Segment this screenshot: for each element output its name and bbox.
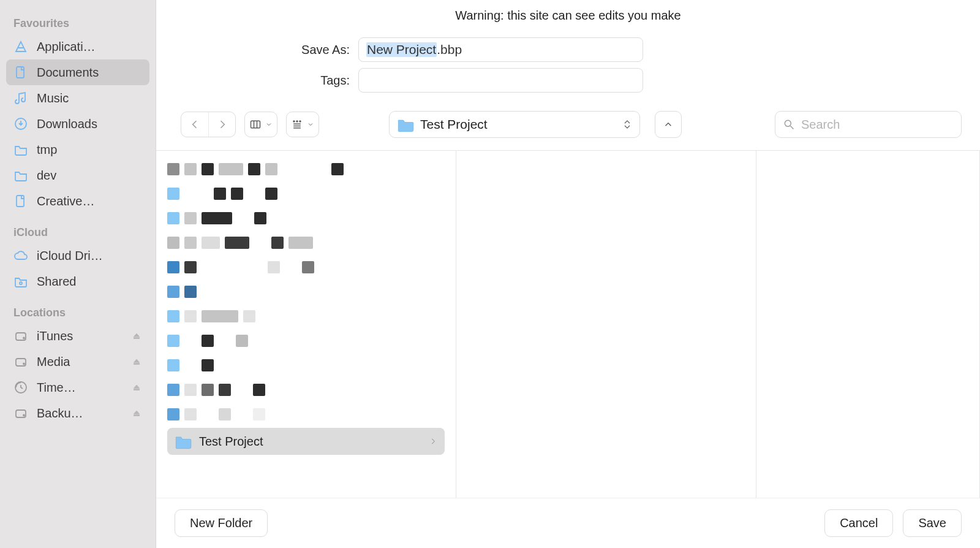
section-favourites-header: Favourites — [6, 12, 149, 34]
chevron-up-icon — [663, 119, 674, 130]
footer: New Folder Cancel Save — [156, 498, 980, 548]
chevron-left-icon — [189, 118, 201, 131]
location-dropdown[interactable]: Test Project — [389, 111, 640, 138]
search-input[interactable] — [801, 118, 961, 132]
sidebar-item-media[interactable]: Media — [6, 349, 149, 375]
sidebar-item-label: Downloads — [37, 117, 142, 131]
grid-icon — [291, 118, 303, 131]
disk-icon — [13, 329, 28, 343]
tags-label: Tags: — [156, 74, 358, 88]
filename-base: New Project — [366, 42, 437, 57]
folder-icon — [175, 433, 192, 450]
sidebar-item-label: tmp — [37, 143, 142, 157]
sidebar-item-label: Music — [37, 91, 142, 105]
sidebar: Favourites Applicati… Documents Music Do… — [0, 0, 156, 548]
sidebar-item-music[interactable]: Music — [6, 85, 149, 111]
sidebar-item-label: Documents — [37, 66, 142, 80]
obscured-file-list — [167, 157, 445, 427]
sidebar-item-downloads[interactable]: Downloads — [6, 111, 149, 137]
apps-icon — [13, 39, 28, 54]
forward-button[interactable] — [208, 112, 235, 137]
sidebar-item-time[interactable]: Time… — [6, 375, 149, 400]
sidebar-item-tmp[interactable]: tmp — [6, 137, 149, 162]
music-icon — [13, 91, 28, 105]
main: Warning: this site can see edits you mak… — [156, 0, 980, 548]
sidebar-item-label: dev — [37, 169, 142, 183]
sidebar-item-creative[interactable]: Creative… — [6, 188, 149, 214]
sidebar-item-label: Time… — [37, 381, 127, 395]
eject-icon[interactable] — [131, 382, 142, 393]
section-locations-header: Locations — [6, 294, 149, 323]
sidebar-item-backup[interactable]: Backu… — [6, 400, 149, 426]
save-as-label: Save As: — [156, 43, 358, 57]
document-icon — [13, 194, 28, 208]
search-field[interactable] — [775, 111, 962, 138]
tags-input[interactable] — [358, 68, 643, 93]
chevron-down-icon — [265, 121, 273, 128]
sidebar-item-label: iTunes — [37, 329, 127, 343]
warning-text: Warning: this site can see edits you mak… — [156, 0, 980, 28]
sidebar-item-label: Shared — [37, 275, 142, 289]
sidebar-item-applications[interactable]: Applicati… — [6, 34, 149, 59]
view-columns-segment — [244, 112, 277, 137]
sidebar-item-label: Media — [37, 355, 127, 369]
grid-view-button[interactable] — [287, 112, 318, 137]
browser-column-2[interactable] — [456, 151, 756, 498]
columns-icon — [249, 118, 262, 131]
back-button[interactable] — [181, 112, 208, 137]
collapse-button[interactable] — [655, 111, 682, 138]
folder-icon — [397, 116, 414, 133]
eject-icon[interactable] — [131, 330, 142, 341]
columns-view-button[interactable] — [245, 112, 277, 137]
search-icon — [783, 118, 795, 131]
browser-column-3[interactable] — [756, 151, 980, 498]
new-folder-button[interactable]: New Folder — [175, 509, 268, 537]
view-grid-segment — [286, 112, 319, 137]
save-as-input[interactable]: New Project.bbp — [358, 37, 643, 62]
disk-icon — [13, 406, 28, 421]
list-item-label: Test Project — [199, 435, 429, 449]
download-icon — [13, 116, 28, 131]
location-dropdown-label: Test Project — [420, 117, 488, 132]
cloud-icon — [13, 248, 28, 263]
nav-segment — [181, 112, 236, 137]
filename-ext: .bbp — [437, 42, 462, 57]
list-item-test-project[interactable]: Test Project — [167, 428, 445, 455]
shared-folder-icon — [13, 274, 28, 289]
form-area: Save As: New Project.bbp Tags: — [156, 28, 980, 105]
toolbar: Test Project — [156, 105, 980, 150]
chevron-down-icon — [307, 121, 314, 128]
document-icon — [13, 65, 28, 80]
section-icloud-header: iCloud — [6, 214, 149, 243]
eject-icon[interactable] — [131, 408, 142, 419]
sidebar-item-itunes[interactable]: iTunes — [6, 323, 149, 349]
sidebar-item-label: Creative… — [37, 194, 142, 208]
sidebar-item-shared[interactable]: Shared — [6, 268, 149, 294]
sidebar-item-label: Applicati… — [37, 40, 142, 54]
eject-icon[interactable] — [131, 356, 142, 367]
folder-icon — [13, 168, 28, 183]
sidebar-item-label: iCloud Dri… — [37, 249, 142, 263]
chevron-right-icon — [429, 437, 437, 446]
sidebar-item-documents[interactable]: Documents — [6, 59, 149, 85]
browser-column-1[interactable]: Test Project — [156, 151, 456, 498]
disk-icon — [13, 354, 28, 369]
save-button[interactable]: Save — [903, 509, 962, 537]
updown-icon — [622, 118, 632, 131]
cancel-button[interactable]: Cancel — [824, 509, 893, 537]
sidebar-item-label: Backu… — [37, 406, 127, 421]
file-browser: Test Project — [156, 150, 980, 498]
folder-icon — [13, 142, 28, 157]
chevron-right-icon — [216, 118, 228, 131]
sidebar-item-icloud-drive[interactable]: iCloud Dri… — [6, 243, 149, 268]
sidebar-item-dev[interactable]: dev — [6, 162, 149, 188]
time-icon — [13, 380, 28, 395]
